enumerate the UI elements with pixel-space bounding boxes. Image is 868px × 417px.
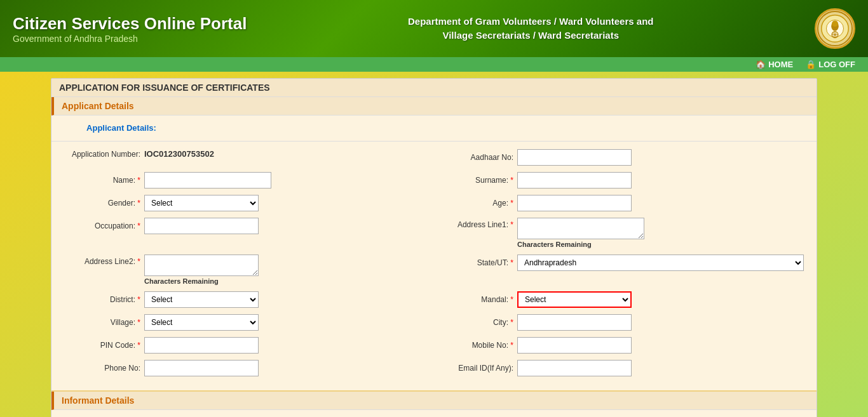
informant-section: Informant Details Informant Details: Inf… [51,390,817,417]
city-label: City: * [437,318,513,327]
app-number-value: IOC012300753502 [144,149,214,159]
portal-title: Citizen Services Online Portal [13,14,247,34]
applicant-tab[interactable]: Applicant Details: [51,121,191,141]
age-group: Age: * [437,195,804,211]
address2-chars: Characters Remaining [144,277,259,285]
dept-info: Department of Gram Volunteers / Ward Vol… [408,15,653,43]
email-group: Email ID(If Any): [437,360,804,376]
form-row-6: District: * Select Mandal: * Select [64,291,804,308]
applicant-form: Application Number: IOC012300753502 Aadh… [51,142,817,390]
state-select[interactable]: Andhrapradesh Telangana Karnataka Tamil … [517,255,804,271]
phone-label: Phone No: [64,364,140,373]
surname-input[interactable] [517,172,632,189]
mobile-required: * [510,341,513,350]
address1-group: Address Line1: * Characters Remaining [437,218,804,248]
state-group: State/UT: * Andhrapradesh Telangana Karn… [437,255,804,271]
address1-chars: Characters Remaining [517,241,644,248]
district-required: * [137,295,140,304]
aadhaar-label: Aadhaar No: [437,153,513,162]
state-label: State/UT: * [437,258,513,267]
address2-input[interactable] [144,255,259,276]
mobile-group: Mobile No: * [437,337,804,354]
district-label: District: * [64,295,140,304]
pincode-required: * [137,341,140,350]
form-row-3: Gender: * Select Male Female Transgender… [64,195,804,211]
occupation-input[interactable] [144,218,259,234]
village-select[interactable]: Select [144,314,259,331]
gender-select[interactable]: Select Male Female Transgender [144,195,259,211]
age-input[interactable] [517,195,632,211]
logoff-link[interactable]: 🔒 LOG OFF [806,60,855,69]
gender-label: Gender: * [64,199,140,208]
gender-required: * [137,199,140,208]
address2-group: Address Line2: * Characters Remaining [64,255,431,285]
form-row-1: Application Number: IOC012300753502 Aadh… [64,149,804,166]
mobile-label: Mobile No: * [437,341,513,350]
lock-icon: 🔒 [806,60,816,69]
navbar: 🏠 HOME 🔒 LOG OFF [0,57,868,72]
applicant-tab-label: Applicant Details: [86,123,156,133]
phone-input[interactable] [144,360,259,376]
informant-section-header: Informant Details [51,392,817,410]
home-link[interactable]: 🏠 HOME [756,60,793,69]
village-label: Village: * [64,318,140,327]
pincode-group: PIN Code: * [64,337,431,354]
form-row-8: PIN Code: * Mobile No: * [64,337,804,354]
pincode-label: PIN Code: * [64,341,140,350]
gender-group: Gender: * Select Male Female Transgender [64,195,431,211]
form-row-4: Occupation: * Address Line1: * Character… [64,218,804,248]
address1-label: Address Line1: * [437,220,513,229]
occupation-required: * [137,222,140,230]
mandal-label: Mandal: * [437,295,513,304]
svg-point-4 [832,20,838,27]
state-required: * [510,258,513,267]
portal-subtitle: Government of Andhra Pradesh [13,34,247,44]
name-input[interactable] [144,172,271,189]
gov-logo [815,8,855,49]
email-label: Email ID(If Any): [437,364,513,373]
email-input[interactable] [517,360,632,376]
name-label: Name: * [64,176,140,185]
surname-group: Surname: * [437,172,804,189]
address2-required: * [137,257,140,266]
main-content: APPLICATION FOR ISSUANCE OF CERTIFICATES… [51,78,817,417]
village-group: Village: * Select [64,314,431,331]
form-row-9: Phone No: Email ID(If Any): [64,360,804,376]
form-row-5: Address Line2: * Characters Remaining St… [64,255,804,285]
informant-tab-area: Informant Details: [51,410,817,417]
dept-line2: Village Secretariats / Ward Secretariats [442,30,619,41]
city-required: * [510,318,513,327]
app-number-label: Application Number: [64,150,140,159]
applicant-tab-area: Applicant Details: [51,116,817,142]
page-header: Citizen Services Online Portal Governmen… [0,0,868,57]
age-label: Age: * [437,199,513,208]
occupation-group: Occupation: * [64,218,431,234]
surname-label: Surname: * [437,176,513,185]
app-number-group: Application Number: IOC012300753502 [64,149,431,159]
occupation-label: Occupation: * [64,222,140,230]
age-required: * [510,199,513,208]
aadhaar-input[interactable] [517,149,632,166]
form-row-7: Village: * Select City: * [64,314,804,331]
district-select[interactable]: Select [144,291,259,308]
name-group: Name: * [64,172,431,189]
name-required: * [137,176,140,185]
form-row-2: Name: * Surname: * [64,172,804,189]
header-left: Citizen Services Online Portal Governmen… [13,14,247,44]
village-required: * [137,318,140,327]
pincode-input[interactable] [144,337,259,354]
aadhaar-group: Aadhaar No: [437,149,804,166]
home-icon: 🏠 [756,60,766,69]
dept-line1: Department of Gram Volunteers / Ward Vol… [408,16,653,27]
applicant-section-header: Applicant Details [51,97,817,116]
page-section-title: APPLICATION FOR ISSUANCE OF CERTIFICATES [51,79,817,97]
mandal-select[interactable]: Select [517,291,632,308]
surname-required: * [510,176,513,185]
applicant-section: Applicant Details Applicant Details: App… [51,97,817,390]
mandal-group: Mandal: * Select [437,291,804,308]
address1-input[interactable] [517,218,644,239]
city-input[interactable] [517,314,632,331]
mandal-required: * [510,295,513,304]
address1-required: * [510,220,513,229]
mobile-input[interactable] [517,337,632,354]
